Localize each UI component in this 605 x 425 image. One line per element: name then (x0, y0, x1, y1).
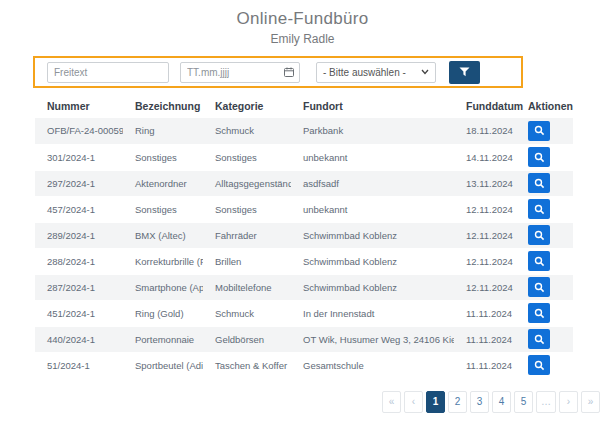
cell-aktionen (516, 170, 573, 196)
view-details-button[interactable] (528, 251, 550, 271)
table-row: 287/2024-1 Smartphone (Apple) Mobiltelef… (35, 274, 573, 300)
view-details-button[interactable] (528, 121, 550, 141)
table-row: 457/2024-1 Sonstiges Sonstiges unbekannt… (35, 196, 573, 222)
cell-kategorie: Schmuck (203, 300, 291, 326)
category-select-value: - Bitte auswählen - (323, 67, 406, 78)
cell-bezeichnung: Ring (123, 118, 203, 144)
magnifier-icon (534, 204, 545, 215)
view-details-button[interactable] (528, 147, 550, 167)
cell-bezeichnung: Korrekturbrille (Flair) (123, 248, 203, 274)
cell-kategorie: Geldbörsen (203, 326, 291, 352)
category-select[interactable]: - Bitte auswählen - (316, 62, 436, 83)
cell-funddatum: 11.11.2024 (454, 300, 516, 326)
cell-fundort: OT Wik, Husumer Weg 3, 24106 Kiel (291, 326, 454, 352)
table-row: 288/2024-1 Korrekturbrille (Flair) Brill… (35, 248, 573, 274)
freitext-input[interactable] (47, 62, 169, 83)
magnifier-icon (534, 282, 545, 293)
cell-kategorie: Taschen & Koffer (203, 352, 291, 378)
cell-kategorie: Mobiltelefone (203, 274, 291, 300)
funnel-icon (459, 67, 470, 77)
cell-aktionen (516, 118, 573, 144)
pagination-button[interactable]: … (536, 391, 556, 413)
cell-fundort: unbekannt (291, 196, 454, 222)
cell-aktionen (516, 196, 573, 222)
cell-funddatum: 11.11.2024 (454, 352, 516, 378)
cell-bezeichnung: Smartphone (Apple) (123, 274, 203, 300)
pagination-button[interactable]: › (559, 391, 578, 413)
cell-kategorie: Schmuck (203, 118, 291, 144)
cell-fundort: Gesamtschule (291, 352, 454, 378)
cell-nummer: 297/2024-1 (35, 170, 123, 196)
pagination-button[interactable]: 4 (492, 391, 511, 413)
pagination-button[interactable]: 5 (514, 391, 533, 413)
cell-aktionen (516, 248, 573, 274)
cell-funddatum: 12.11.2024 (454, 222, 516, 248)
view-details-button[interactable] (528, 173, 550, 193)
pagination-button[interactable]: ‹ (404, 391, 423, 413)
magnifier-icon (534, 334, 545, 345)
cell-nummer: 289/2024-1 (35, 222, 123, 248)
cell-funddatum: 12.11.2024 (454, 274, 516, 300)
date-field-wrap (180, 62, 300, 83)
cell-bezeichnung: Portemonnaie (123, 326, 203, 352)
view-details-button[interactable] (528, 355, 550, 375)
cell-funddatum: 11.11.2024 (454, 326, 516, 352)
cell-aktionen (516, 326, 573, 352)
cell-aktionen (516, 300, 573, 326)
cell-aktionen (516, 352, 573, 378)
filter-button[interactable] (449, 61, 480, 84)
cell-kategorie: Sonstiges (203, 144, 291, 170)
column-header-funddatum: Funddatum (454, 93, 516, 118)
cell-fundort: unbekannt (291, 144, 454, 170)
cell-kategorie: Brillen (203, 248, 291, 274)
cell-kategorie: Fahrräder (203, 222, 291, 248)
view-details-button[interactable] (528, 225, 550, 245)
cell-kategorie: Alltagsgegenstände (203, 170, 291, 196)
view-details-button[interactable] (528, 277, 550, 297)
pagination-button[interactable]: « (382, 391, 401, 413)
cell-fundort: asdfsadf (291, 170, 454, 196)
column-header-fundort: Fundort (291, 93, 454, 118)
page-title: Online-Fundbüro (0, 9, 605, 29)
view-details-button[interactable] (528, 329, 550, 349)
magnifier-icon (534, 152, 545, 163)
cell-nummer: 440/2024-1 (35, 326, 123, 352)
table-row: 301/2024-1 Sonstiges Sonstiges unbekannt… (35, 144, 573, 170)
cell-aktionen (516, 274, 573, 300)
filter-bar: - Bitte auswählen - (33, 56, 523, 88)
cell-fundort: Schwimmbad Koblenz (291, 248, 454, 274)
cell-bezeichnung: Aktenordner (123, 170, 203, 196)
magnifier-icon (534, 178, 545, 189)
magnifier-icon (534, 125, 545, 136)
cell-funddatum: 14.11.2024 (454, 144, 516, 170)
table-row: 297/2024-1 Aktenordner Alltagsgegenständ… (35, 170, 573, 196)
pagination: «‹12345…›» (0, 391, 600, 413)
pagination-button[interactable]: 1 (426, 391, 445, 413)
table-header-row: Nummer Bezeichnung Kategorie Fundort Fun… (35, 93, 573, 118)
view-details-button[interactable] (528, 303, 550, 323)
magnifier-icon (534, 360, 545, 371)
pagination-button[interactable]: 2 (448, 391, 467, 413)
magnifier-icon (534, 308, 545, 319)
cell-bezeichnung: Sportbeutel (Adidas) (123, 352, 203, 378)
cell-fundort: In der Innenstadt (291, 300, 454, 326)
cell-nummer: 51/2024-1 (35, 352, 123, 378)
date-input[interactable] (180, 62, 300, 83)
cell-funddatum: 18.11.2024 (454, 118, 516, 144)
table-row: 289/2024-1 BMX (Altec) Fahrräder Schwimm… (35, 222, 573, 248)
page-subtitle: Emily Radle (0, 32, 605, 46)
cell-nummer: 457/2024-1 (35, 196, 123, 222)
cell-fundort: Schwimmbad Koblenz (291, 222, 454, 248)
cell-bezeichnung: Sonstiges (123, 196, 203, 222)
view-details-button[interactable] (528, 199, 550, 219)
results-table: Nummer Bezeichnung Kategorie Fundort Fun… (35, 93, 573, 379)
pagination-button[interactable]: » (581, 391, 600, 413)
cell-funddatum: 12.11.2024 (454, 196, 516, 222)
pagination-button[interactable]: 3 (470, 391, 489, 413)
cell-bezeichnung: Sonstiges (123, 144, 203, 170)
cell-fundort: Schwimmbad Koblenz (291, 274, 454, 300)
cell-nummer: 288/2024-1 (35, 248, 123, 274)
magnifier-icon (534, 256, 545, 267)
table-row: OFB/FA-24-00059 Ring Schmuck Parkbank 18… (35, 118, 573, 144)
column-header-kategorie: Kategorie (203, 93, 291, 118)
